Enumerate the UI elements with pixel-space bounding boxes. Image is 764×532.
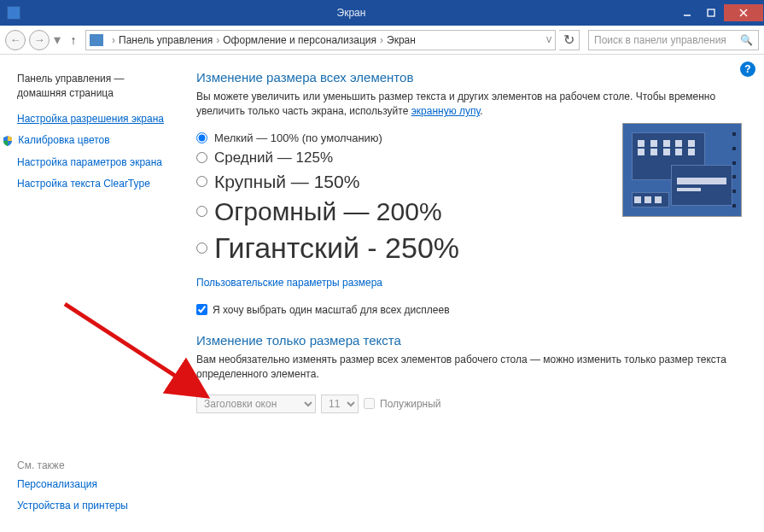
sidebar-link-calibration[interactable]: Калибровка цветов bbox=[17, 134, 166, 148]
text-element-select[interactable]: Заголовки окон bbox=[196, 395, 316, 413]
nav-up-button[interactable]: ↑ bbox=[65, 32, 82, 49]
minimize-button[interactable] bbox=[676, 4, 698, 21]
address-bar: ← → ▾ ↑ › Панель управления › Оформление… bbox=[0, 26, 764, 55]
radio-xxl[interactable] bbox=[196, 243, 207, 254]
heading-change-size: Изменение размера всех элементов bbox=[196, 70, 745, 85]
chevron-right-icon: › bbox=[216, 34, 219, 46]
sidebar-link-devices[interactable]: Устройства и принтеры bbox=[17, 500, 166, 513]
breadcrumb[interactable]: › Панель управления › Оформление и персо… bbox=[85, 30, 556, 50]
breadcrumb-root[interactable]: Панель управления bbox=[119, 34, 213, 46]
search-placeholder: Поиск в панели управления bbox=[594, 34, 726, 46]
folder-icon bbox=[90, 34, 103, 46]
breadcrumb-appearance[interactable]: Оформление и персонализация bbox=[223, 34, 376, 46]
nav-history-dropdown[interactable]: ▾ bbox=[53, 32, 61, 48]
size-description: Вы можете увеличить или уменьшить размер… bbox=[196, 90, 745, 120]
radio-large-label: Крупный — 150% bbox=[214, 172, 359, 192]
search-input[interactable]: Поиск в панели управления 🔍 bbox=[588, 30, 759, 50]
breadcrumb-dropdown-icon[interactable]: ᐯ bbox=[546, 36, 551, 44]
chevron-right-icon: › bbox=[380, 34, 383, 46]
custom-size-link[interactable]: Пользовательские параметры размера bbox=[196, 277, 745, 289]
help-icon[interactable]: ? bbox=[740, 61, 755, 77]
search-icon: 🔍 bbox=[740, 34, 753, 46]
radio-medium-label: Средний — 125% bbox=[214, 149, 333, 167]
shield-icon bbox=[2, 135, 14, 147]
radio-xl[interactable] bbox=[196, 206, 207, 217]
radio-xl-label: Огромный — 200% bbox=[214, 197, 442, 226]
breadcrumb-display[interactable]: Экран bbox=[387, 34, 416, 46]
window-title: Экран bbox=[27, 7, 675, 19]
radio-small[interactable] bbox=[196, 132, 207, 143]
same-scale-label: Я хочу выбрать один масштаб для всех дис… bbox=[213, 304, 450, 316]
maximize-button[interactable] bbox=[700, 4, 722, 21]
bold-checkbox[interactable] bbox=[364, 398, 375, 409]
see-also-label: См. также bbox=[17, 459, 166, 471]
sidebar-link-personalization[interactable]: Персонализация bbox=[17, 478, 166, 492]
magnifier-link[interactable]: экранную лупу bbox=[411, 105, 481, 117]
refresh-button[interactable]: ↻ bbox=[559, 30, 580, 50]
radio-medium[interactable] bbox=[196, 152, 207, 163]
window-titlebar: Экран bbox=[0, 0, 764, 26]
display-illustration bbox=[622, 123, 742, 217]
sidebar-link-resolution[interactable]: Настройка разрешения экрана bbox=[17, 113, 166, 126]
heading-text-only: Изменение только размера текста bbox=[196, 333, 745, 348]
radio-large[interactable] bbox=[196, 176, 207, 187]
control-panel-home-link[interactable]: Панель управления — домашняя страница bbox=[17, 72, 166, 101]
window-sysmenu-icon[interactable] bbox=[7, 6, 20, 20]
sidebar-link-display-params[interactable]: Настройка параметров экрана bbox=[17, 156, 166, 170]
nav-back-button[interactable]: ← bbox=[5, 30, 26, 50]
sidebar-link-cleartype[interactable]: Настройка текста ClearType bbox=[17, 178, 166, 191]
same-scale-checkbox[interactable] bbox=[196, 304, 207, 315]
text-size-select[interactable]: 11 bbox=[321, 395, 359, 413]
close-button[interactable] bbox=[724, 4, 763, 21]
svg-rect-1 bbox=[708, 9, 714, 16]
radio-small-label: Мелкий — 100% (по умолчанию) bbox=[214, 132, 382, 144]
radio-xxl-label: Гигантский - 250% bbox=[214, 231, 459, 265]
nav-forward-button[interactable]: → bbox=[29, 30, 50, 50]
sidebar: Панель управления — домашняя страница На… bbox=[0, 55, 171, 532]
bold-label: Полужирный bbox=[380, 398, 441, 410]
main-content: ? Изменение размера всех элементов Вы мо… bbox=[171, 55, 764, 532]
text-only-description: Вам необязательно изменять размер всех э… bbox=[196, 353, 745, 383]
chevron-right-icon: › bbox=[112, 34, 115, 46]
